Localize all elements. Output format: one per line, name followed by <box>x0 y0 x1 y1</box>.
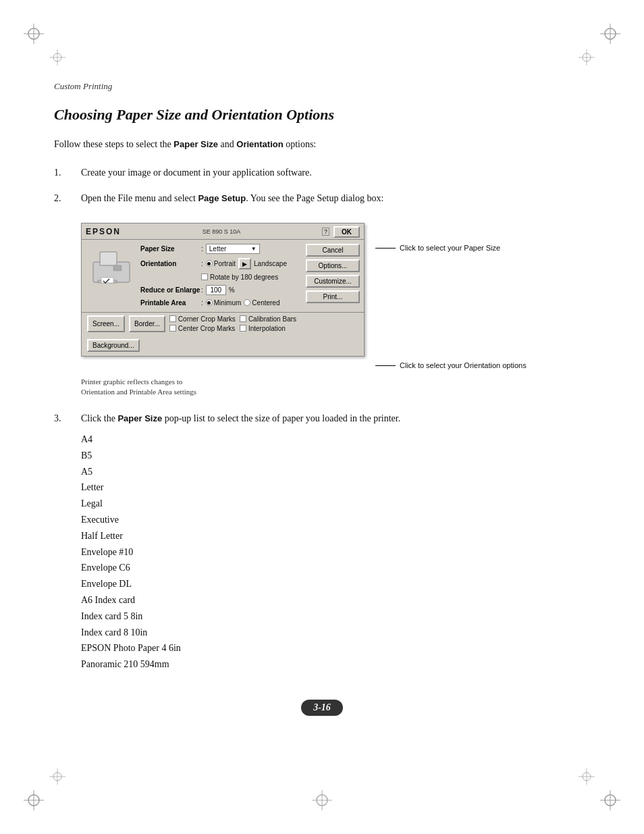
calibration-box <box>240 315 246 322</box>
callout-line-1 <box>375 248 396 249</box>
callout-1: Click to select your Paper Size <box>375 243 527 253</box>
paper-size-a5: A5 <box>81 464 590 480</box>
corner-crop-checkbox[interactable]: Corner Crop Marks <box>169 315 236 323</box>
dialog-ok-top-button[interactable]: OK <box>333 226 360 238</box>
paper-size-label: Paper Size <box>140 245 201 253</box>
inner-mark-tl <box>47 47 68 68</box>
portrait-label: Portrait <box>214 260 236 267</box>
dialog-fields: Paper Size : Letter ▼ <box>140 244 298 311</box>
paper-size-env10: Envelope #10 <box>81 544 590 561</box>
printable-label: Printable Area <box>140 299 201 307</box>
corner-mark-br <box>597 787 624 814</box>
callout-2-text: Click to select your Orientation options <box>400 361 527 371</box>
print-button[interactable]: Print... <box>306 290 360 303</box>
centered-radio-circle <box>244 299 250 306</box>
paper-sizes-list: A4 B5 A5 Letter Legal Executive Half Let… <box>81 432 590 673</box>
corner-crop-box <box>169 315 176 322</box>
interpolation-box <box>240 325 246 332</box>
reduce-row: Reduce or Enlarge : 100 % <box>140 285 298 295</box>
minimum-radio[interactable]: Minimum <box>206 299 242 307</box>
interpolation-checkbox[interactable]: Interpolation <box>240 325 296 332</box>
bold-paper-size-2: Paper Size <box>117 413 162 423</box>
screen-button[interactable]: Screen... <box>87 315 125 332</box>
corner-mark-tl <box>20 20 47 47</box>
printable-row: Printable Area : Minimum Cen <box>140 299 298 307</box>
rotate-checkbox[interactable]: Rotate by 180 degrees <box>201 273 278 281</box>
paper-size-half-letter: Half Letter <box>81 528 590 544</box>
landscape-radio[interactable]: Landscape <box>254 260 287 267</box>
chapter-title: Choosing Paper Size and Orientation Opti… <box>54 105 590 125</box>
section-label: Custom Printing <box>54 81 590 92</box>
paper-size-a4: A4 <box>81 432 590 448</box>
options-button[interactable]: Options... <box>306 259 360 272</box>
inner-mark-tr <box>576 47 597 68</box>
calibration-checkbox[interactable]: Calibration Bars <box>240 315 296 323</box>
center-crop-box <box>169 325 176 332</box>
corner-mark-bl <box>20 787 47 814</box>
center-crop-checkbox[interactable]: Center Crop Marks <box>169 325 236 332</box>
customize-button[interactable]: Customize... <box>306 275 360 288</box>
step-3-row: 3. Click the Paper Size pop-up list to s… <box>54 411 590 426</box>
paper-size-control: Letter ▼ <box>206 244 260 254</box>
step-1: 1. Create your image or document in your… <box>54 165 590 180</box>
step-2: 2. Open the File menu and select Page Se… <box>54 191 590 206</box>
step-2-num: 2. <box>54 191 70 206</box>
step-1-num: 1. <box>54 165 70 180</box>
callout-2: Click to select your Orientation options <box>375 361 527 371</box>
orientation-row: Orientation : Portrait ▶ <box>140 258 298 269</box>
step-3-container: 3. Click the Paper Size pop-up list to s… <box>54 411 590 673</box>
paper-size-executive: Executive <box>81 512 590 528</box>
printable-control: Minimum Centered <box>206 299 280 307</box>
rotate-row: Rotate by 180 degrees <box>140 273 298 281</box>
reduce-label: Reduce or Enlarge <box>140 286 201 294</box>
cancel-button[interactable]: Cancel <box>306 244 360 257</box>
minimum-radio-circle <box>206 299 213 306</box>
svg-rect-28 <box>100 252 117 265</box>
dialog-buttons: Cancel Options... Customize... Print... <box>306 244 360 311</box>
paper-size-letter: Letter <box>81 479 590 496</box>
paper-size-index8: Index card 8 10in <box>81 625 590 641</box>
dialog-caption: Printer graphic reflects changes toOrien… <box>81 377 590 398</box>
portrait-radio-circle <box>206 260 213 267</box>
printer-graphic <box>86 244 136 294</box>
center-crop-label: Center Crop Marks <box>178 325 235 332</box>
landscape-button[interactable]: ▶ <box>238 258 251 269</box>
bold-orientation: Orientation <box>236 139 283 149</box>
steps-list: 1. Create your image or document in your… <box>54 165 590 207</box>
callout-1-text: Click to select your Paper Size <box>400 243 500 253</box>
paper-size-b5: B5 <box>81 448 590 464</box>
background-button[interactable]: Background... <box>87 339 140 352</box>
paper-size-select[interactable]: Letter ▼ <box>206 244 260 254</box>
paper-size-a6: A6 Index card <box>81 592 590 608</box>
step-1-text: Create your image or document in your ap… <box>81 165 590 180</box>
page-setup-dialog: EPSON SE 890 S 10A ? OK <box>81 223 365 357</box>
centered-radio[interactable]: Centered <box>244 299 279 307</box>
dialog-bottom-row: Screen... Border... Corner Crop Marks Ce… <box>82 312 364 338</box>
reduce-input[interactable]: 100 <box>206 285 226 295</box>
callouts-area: Click to select your Paper Size Click to… <box>375 223 527 371</box>
minimum-label: Minimum <box>214 299 242 307</box>
paper-size-envc6: Envelope C6 <box>81 560 590 576</box>
inner-mark-bl <box>47 766 68 787</box>
dialog-header: EPSON SE 890 S 10A ? OK <box>82 224 364 240</box>
corner-crop-label: Corner Crop Marks <box>178 315 236 323</box>
paper-size-legal: Legal <box>81 496 590 512</box>
step-3-num: 3. <box>54 411 70 426</box>
intro-paragraph: Follow these steps to select the Paper S… <box>54 137 590 152</box>
step-3-text: Click the Paper Size pop-up list to sele… <box>81 411 590 426</box>
paper-size-index5: Index card 5 8in <box>81 608 590 625</box>
calibration-label: Calibration Bars <box>248 315 296 323</box>
centered-label: Centered <box>252 299 279 307</box>
corner-mark-tr <box>597 20 624 47</box>
page-number-container: 3-16 <box>54 700 590 716</box>
epson-logo: EPSON <box>86 227 121 236</box>
paper-size-envdl: Envelope DL <box>81 576 590 592</box>
interpolation-label: Interpolation <box>248 325 286 332</box>
paper-size-row: Paper Size : Letter ▼ <box>140 244 298 254</box>
reduce-unit: % <box>229 286 235 294</box>
rotate-label: Rotate by 180 degrees <box>210 273 278 281</box>
portrait-radio[interactable]: Portrait <box>206 260 236 267</box>
callout-line-2 <box>375 365 396 366</box>
border-button[interactable]: Border... <box>129 315 165 332</box>
page-number-badge: 3-16 <box>301 700 343 716</box>
